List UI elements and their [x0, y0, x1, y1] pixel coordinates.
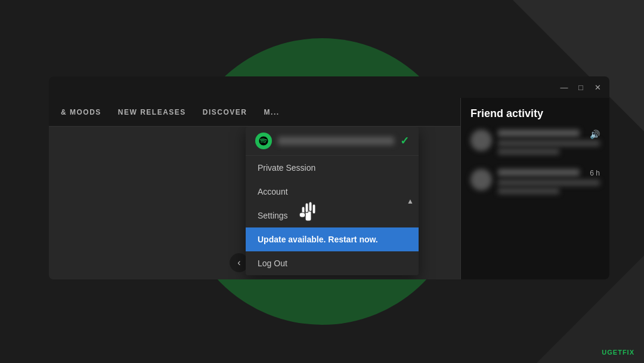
nav-item-more[interactable]: M...	[264, 106, 280, 119]
scroll-up-icon: ▲	[407, 197, 414, 205]
maximize-button[interactable]: □	[575, 81, 587, 93]
spotify-logo-icon	[258, 136, 269, 146]
logout-item[interactable]: Log Out	[246, 251, 419, 275]
window-controls: — □ ✕	[558, 81, 603, 93]
settings-item[interactable]: Settings	[246, 204, 419, 227]
main-content: ✓ ▲ Private Session Account Settings Upd…	[49, 127, 460, 279]
friend-avatar-1	[470, 130, 492, 151]
nav-item-new-releases[interactable]: NEW RELEASES	[118, 106, 186, 119]
friend-track-2	[498, 180, 600, 186]
friend-avatar-2	[470, 169, 492, 190]
content-area: & MOODS NEW RELEASES DISCOVER M...	[49, 98, 609, 279]
dropdown-menu: ✓ ▲ Private Session Account Settings Upd…	[246, 127, 419, 275]
close-button[interactable]: ✕	[592, 81, 603, 93]
friend-activity-panel: Friend activity 🔊 6 h	[460, 98, 609, 279]
friend-name-1	[498, 130, 580, 137]
left-panel: & MOODS NEW RELEASES DISCOVER M...	[49, 98, 460, 279]
friend-name-2	[498, 169, 580, 176]
main-window: — □ ✕ & MOODS NEW RELEASES DISCOVER M...	[49, 76, 609, 279]
friend-artist-1	[498, 149, 559, 155]
title-bar: — □ ✕	[49, 76, 609, 98]
friend-item-2: 6 h	[470, 169, 600, 196]
friend-activity-title: Friend activity	[470, 107, 600, 120]
watermark-text: GETFIX	[607, 349, 634, 356]
friend-info-2	[498, 169, 600, 196]
checkmark-icon: ✓	[400, 134, 409, 147]
nav-item-discover[interactable]: DISCOVER	[203, 106, 247, 119]
watermark-u: U	[602, 349, 607, 356]
watermark: UGETFIX	[602, 349, 634, 356]
friend-track-1	[498, 140, 600, 146]
username-display	[278, 137, 394, 145]
nav-bar: & MOODS NEW RELEASES DISCOVER M...	[49, 98, 460, 127]
friend-info-1	[498, 130, 600, 157]
minimize-button[interactable]: —	[558, 81, 570, 93]
dropdown-header: ✓ ▲	[246, 127, 419, 156]
nav-item-moods[interactable]: & MOODS	[61, 106, 101, 119]
friend-artist-2	[498, 188, 559, 194]
friend-item-1: 🔊	[470, 130, 600, 157]
user-avatar	[255, 133, 272, 149]
account-item[interactable]: Account	[246, 180, 419, 204]
private-session-item[interactable]: Private Session	[246, 156, 419, 180]
update-restart-item[interactable]: Update available. Restart now.	[246, 227, 419, 251]
now-playing-icon: 🔊	[590, 130, 600, 139]
friend-time-2: 6 h	[590, 169, 600, 177]
